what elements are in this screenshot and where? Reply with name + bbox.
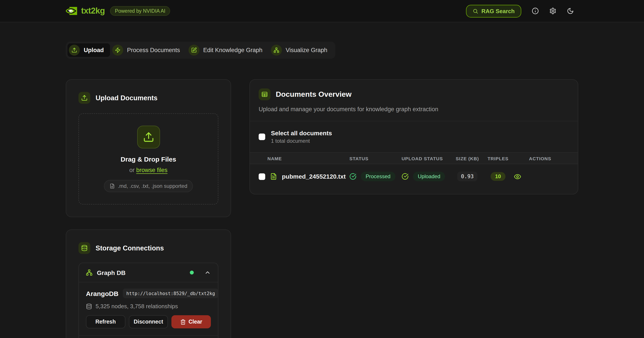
main-content: Upload Process Documents Edit Knowledge … [0, 22, 644, 338]
rag-search-button[interactable]: RAG Search [466, 4, 521, 17]
graph-db-details: ArangoDB http://localhost:8529/_db/txt2k… [79, 282, 218, 335]
triples-count-badge: 10 [491, 172, 506, 181]
dropzone-title: Drag & Drop Files [120, 156, 176, 163]
column-header-triples: TRIPLES [485, 156, 511, 161]
column-header-upload-status: UPLOAD STATUS [402, 156, 450, 161]
storage-card-title: Storage Connections [96, 244, 164, 252]
view-document-button[interactable] [514, 173, 521, 180]
upload-status-badge: Uploaded [413, 172, 445, 181]
refresh-button[interactable]: Refresh [86, 315, 125, 328]
browse-files-link[interactable]: browse files [136, 167, 168, 173]
size-value: 0.93 [457, 172, 478, 181]
documents-overview-card: Documents Overview Upload and manage you… [250, 79, 578, 194]
supported-formats-text: .md, .csv, .txt, .json supported [118, 183, 187, 189]
graph-db-section-toggle[interactable]: Graph DB [79, 263, 218, 282]
theme-toggle-button[interactable] [562, 3, 578, 19]
upload-card-title: Upload Documents [96, 94, 158, 102]
documents-overview-subtitle: Upload and manage your documents for kno… [259, 106, 569, 113]
powered-by-badge: Powered by NVIDIA AI [110, 6, 170, 16]
database-icon [78, 242, 90, 254]
tab-process-documents[interactable]: Process Documents [111, 43, 186, 57]
zap-icon [112, 45, 123, 56]
tab-visualize-graph[interactable]: Visualize Graph [270, 43, 334, 57]
graph-db-stats: 5,325 nodes, 3,758 relationships [96, 303, 178, 310]
upload-icon [78, 92, 90, 104]
column-header-size: SIZE (KB) [450, 156, 485, 161]
tab-bar: Upload Process Documents Edit Knowledge … [66, 42, 335, 59]
network-icon [86, 269, 92, 276]
brand-name: txt2kg [81, 6, 105, 16]
edit-icon [188, 45, 199, 56]
total-documents-count: 1 total document [271, 138, 332, 144]
file-text-icon [270, 173, 277, 180]
or-text: or [129, 167, 134, 173]
graph-db-url: http://localhost:8529/_db/txt2kg [123, 289, 218, 298]
gear-icon [549, 7, 556, 14]
table-row: pubmed_24552120.txt Processed [250, 164, 578, 189]
column-header-name: NAME [259, 156, 350, 161]
app-viewport: txt2kg Powered by NVIDIA AI RAG Search [0, 0, 644, 338]
info-icon [532, 7, 539, 14]
chevron-up-icon [204, 269, 211, 276]
tab-edit-knowledge-graph-label: Edit Knowledge Graph [203, 47, 262, 53]
document-name: pubmed_24552120.txt [282, 173, 346, 180]
nvidia-logo-icon [66, 6, 77, 16]
documents-overview-header: Documents Overview Upload and manage you… [250, 80, 578, 121]
vector-db-section-toggle[interactable]: Vector DB [79, 335, 218, 338]
storage-connections-card: Storage Connections Graph DB [66, 229, 231, 338]
upload-documents-card: Upload Documents Drag & Drop Files or br… [66, 79, 231, 217]
select-all-label: Select all documents [271, 130, 332, 137]
tab-upload-label: Upload [84, 47, 104, 53]
documents-overview-title: Documents Overview [276, 90, 352, 99]
moon-icon [567, 7, 574, 14]
column-header-actions: ACTIONS [511, 156, 569, 161]
tab-upload[interactable]: Upload [68, 43, 110, 57]
rag-search-label: RAG Search [481, 8, 515, 14]
select-all-checkbox[interactable] [259, 134, 265, 140]
connections-box: Graph DB ArangoDB http://localhost:8 [78, 263, 218, 338]
upload-icon [137, 126, 160, 149]
check-circle-icon [350, 173, 356, 180]
tab-edit-knowledge-graph[interactable]: Edit Knowledge Graph [187, 43, 268, 57]
storage-card-header: Storage Connections [78, 242, 218, 254]
graph-db-status-dot [190, 271, 194, 275]
disconnect-button[interactable]: Disconnect [129, 315, 168, 328]
file-icon [110, 183, 115, 189]
trash-icon [180, 319, 186, 325]
database-icon [86, 303, 92, 309]
table-header-row: NAME STATUS UPLOAD STATUS SIZE (KB) TRIP… [250, 152, 578, 164]
row-checkbox[interactable] [259, 173, 265, 180]
upload-icon [69, 45, 80, 56]
status-badge: Processed [361, 172, 395, 181]
info-button[interactable] [528, 3, 543, 19]
dropzone-or-line: or browse files [129, 167, 168, 173]
search-icon [472, 8, 478, 14]
graph-db-label: Graph DB [97, 269, 126, 276]
table-icon [259, 88, 270, 100]
upload-card-header: Upload Documents [78, 92, 218, 104]
settings-button[interactable] [545, 3, 561, 19]
eye-icon [514, 173, 521, 180]
column-header-status: STATUS [350, 156, 402, 161]
check-circle-icon [402, 173, 408, 180]
supported-formats-pill: .md, .csv, .txt, .json supported [104, 180, 193, 192]
clear-button[interactable]: Clear [172, 315, 211, 328]
file-dropzone[interactable]: Drag & Drop Files or browse files .md, .… [78, 113, 218, 204]
app-header: txt2kg Powered by NVIDIA AI RAG Search [0, 0, 644, 22]
header-actions: RAG Search [466, 3, 578, 19]
tab-process-documents-label: Process Documents [127, 47, 180, 53]
tab-visualize-graph-label: Visualize Graph [286, 47, 327, 53]
network-icon [271, 45, 282, 56]
clear-button-label: Clear [188, 319, 202, 325]
select-all-row: Select all documents 1 total document [250, 121, 578, 152]
graph-db-provider: ArangoDB [86, 290, 118, 297]
